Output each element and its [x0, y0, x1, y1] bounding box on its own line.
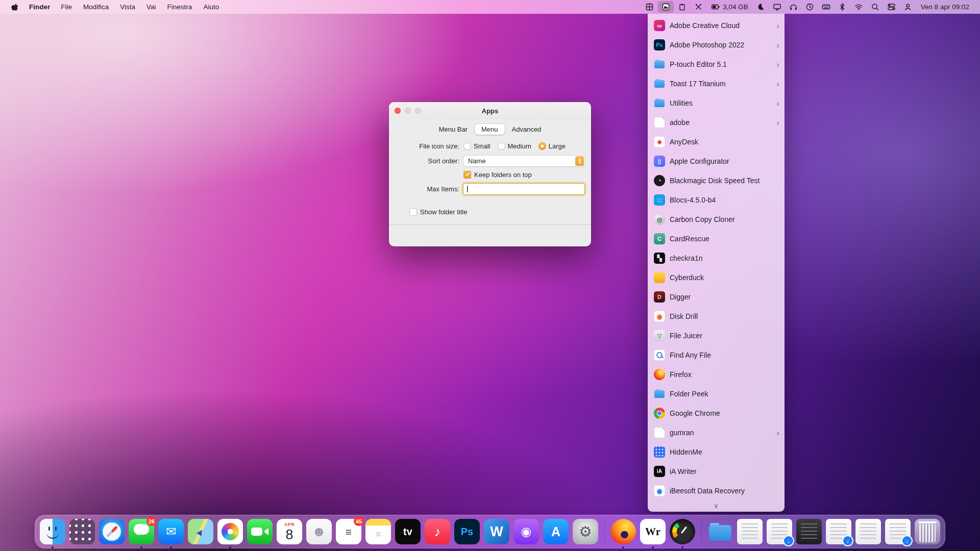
apps-menu-item[interactable]: ◎ Carbon Copy Cloner [648, 210, 785, 229]
menubar-menu[interactable]: File [55, 3, 78, 11]
apps-menu-item[interactable]: ◉ Disk Drill [648, 307, 785, 326]
dock-firefox[interactable] [610, 518, 636, 545]
dock-word[interactable]: W [483, 518, 510, 545]
apps-menu-item[interactable]: D Digger [648, 287, 785, 307]
apple-menu-icon[interactable] [6, 3, 24, 11]
bluetooth-icon[interactable] [835, 1, 850, 13]
dock-launchpad[interactable] [69, 518, 95, 545]
dock-reminders[interactable]: ≡ 45 [335, 518, 362, 545]
dialog-tab[interactable]: Advanced [505, 124, 548, 135]
dock-photoshop[interactable]: Ps [454, 518, 480, 545]
apps-menu-item[interactable]: □ Blocs-4.5.0-b4 [648, 190, 785, 210]
apps-menu-item[interactable]: C CardRescue [648, 229, 785, 248]
apps-menu-item[interactable]: P-touch Editor 5.1 › [648, 55, 785, 74]
dock-system-preferences[interactable]: ⚙ [572, 518, 599, 545]
dialog-tab[interactable]: Menu Bar [432, 124, 474, 135]
file-icon-size-radio[interactable]: Small [463, 142, 491, 150]
show-folder-title-row[interactable]: Show folder title [409, 208, 578, 216]
apps-menu-item[interactable]: Google Chrome [648, 404, 785, 423]
sort-order-popup[interactable]: Name [463, 156, 584, 166]
tools-icon[interactable] [691, 1, 706, 13]
menubar-menu[interactable]: Vai [141, 3, 162, 11]
keep-folders-checkbox[interactable] [463, 171, 471, 179]
dock-item[interactable] [602, 518, 607, 545]
apps-menu-item[interactable]: Utilities › [648, 93, 785, 113]
apps-menu-item[interactable]: Firefox [648, 365, 785, 384]
apps-menu-item[interactable]: Folder Peek [648, 384, 785, 404]
folder-peek-status-icon[interactable] [658, 1, 674, 13]
clock-menu[interactable]: Ven 8 apr 09:02 [916, 3, 974, 11]
window-grid-icon[interactable] [642, 1, 657, 13]
file-icon-size-radio[interactable]: Large [538, 142, 566, 150]
dock-photos[interactable] [217, 518, 243, 545]
dock-mail[interactable]: ✉ [158, 518, 184, 545]
dock-calendar[interactable]: APR 8 [276, 518, 303, 545]
dock-notes[interactable]: ≡ [365, 518, 391, 545]
apps-menu-item[interactable]: Toast 17 Titanium › [648, 74, 785, 93]
dock-disk-speed[interactable] [669, 518, 696, 545]
apps-menu-item[interactable]: ◔ Blackmagic Disk Speed Test [648, 171, 785, 190]
apps-menu-item[interactable]: ∞ Adobe Creative Cloud › [648, 16, 785, 35]
apps-menu-item[interactable]: HiddenMe [648, 442, 785, 462]
dock-file-1[interactable] [737, 518, 763, 545]
clipboard-icon[interactable] [674, 1, 690, 13]
headphones-icon[interactable] [786, 1, 801, 13]
clock-icon[interactable] [802, 1, 818, 13]
window-titlebar[interactable]: Apps [389, 102, 591, 119]
dock-downloads-folder[interactable] [707, 518, 733, 545]
dock-safari[interactable] [99, 518, 125, 545]
apps-menu-item[interactable]: adobe › [648, 113, 785, 132]
menubar-menu[interactable]: Modifica [78, 3, 114, 11]
control-center-icon[interactable] [884, 1, 899, 13]
dock-contacts[interactable]: ☻ [306, 518, 332, 545]
dock-finder[interactable] [39, 518, 66, 545]
apps-menu-item[interactable]: ▽ File Juicer [648, 326, 785, 345]
user-menu-icon[interactable] [900, 1, 916, 13]
keep-folders-checkbox-row[interactable]: Keep folders on top [463, 171, 578, 179]
dock-trash[interactable] [914, 518, 941, 545]
apps-menu-item[interactable]: ◉ iBeesoft Data Recovery [648, 481, 785, 500]
apps-menu-item[interactable]: gumran › [648, 423, 785, 442]
close-button[interactable] [395, 108, 401, 114]
apps-menu-item[interactable]: ▚ checkra1n [648, 248, 785, 268]
dock-appstore[interactable]: A [543, 518, 569, 545]
dock-item[interactable] [699, 518, 704, 545]
dock-file-2[interactable] [766, 518, 793, 545]
apps-menu-item[interactable]: Cyberduck [648, 268, 785, 287]
dock-facetime[interactable] [247, 518, 273, 545]
menu-bar: Finder FileModificaVistaVaiFinestraAiuto… [0, 0, 980, 14]
menubar-menu[interactable]: Finestra [162, 3, 198, 11]
minimize-button[interactable] [405, 108, 411, 114]
search-icon[interactable] [867, 1, 883, 13]
max-items-input[interactable] [463, 184, 584, 194]
dock-messages[interactable]: 26 [128, 518, 155, 545]
keyboard-icon[interactable] [818, 1, 834, 13]
file-icon-size-radio[interactable]: Medium [498, 142, 531, 150]
wifi-icon[interactable] [851, 1, 867, 13]
dock-maps[interactable]: ▲ [187, 518, 214, 545]
memory-status[interactable]: 3,04 GB [707, 3, 752, 11]
dock-podcasts[interactable]: ◉ [513, 518, 540, 545]
dock-writer[interactable]: Wr [640, 518, 666, 545]
apps-menu-item[interactable]: ▯ Apple Configurator [648, 152, 785, 171]
apps-menu-item[interactable]: iA iA Writer [648, 462, 785, 481]
dock-tv[interactable]: tv [395, 518, 421, 545]
dock-file-3[interactable] [796, 518, 822, 545]
apps-menu-item[interactable]: Find Any File [648, 345, 785, 365]
dock-file-5[interactable] [855, 518, 881, 545]
zoom-button[interactable] [415, 108, 421, 114]
dock-music[interactable]: ♪ [424, 518, 451, 545]
apps-menu-item[interactable]: ◆ AnyDesk [648, 132, 785, 152]
dock-file-6[interactable] [885, 518, 911, 545]
dialog-form: File icon size: Small Medium Large Sort … [389, 142, 591, 216]
active-app-menu[interactable]: Finder [24, 3, 55, 11]
scroll-down-chevron-icon[interactable]: ∨ [648, 500, 785, 511]
dialog-tab[interactable]: Menu [475, 124, 505, 135]
menubar-menu[interactable]: Aiuto [198, 3, 225, 11]
apps-menu-item[interactable]: Ps Adobe Photoshop 2022 › [648, 35, 785, 55]
show-folder-title-checkbox[interactable] [409, 208, 417, 216]
moon-icon[interactable] [753, 1, 769, 13]
menubar-menu[interactable]: Vista [114, 3, 141, 11]
dock-file-4[interactable] [825, 518, 852, 545]
display-icon[interactable] [769, 1, 785, 13]
